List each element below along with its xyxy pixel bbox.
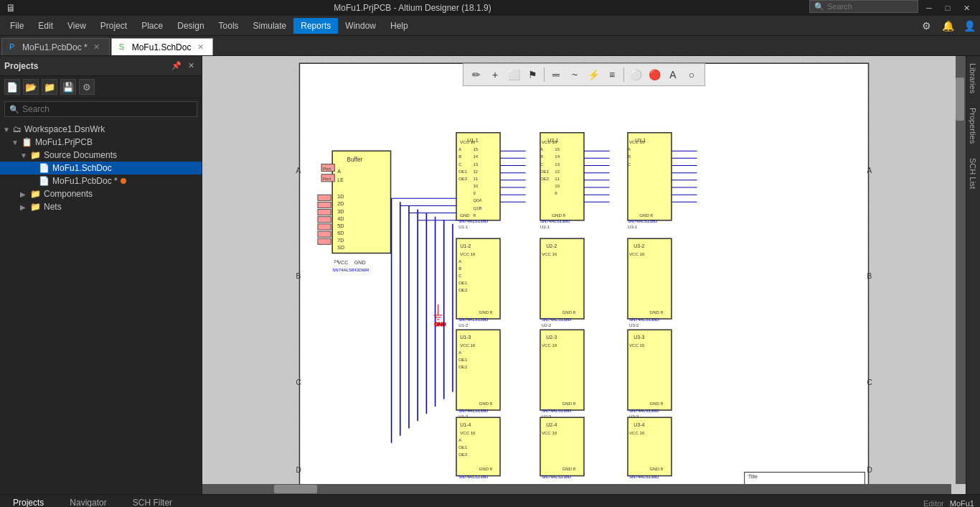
svg-text:VCC 16: VCC 16 <box>460 343 476 348</box>
svg-text:OE1: OE1 <box>458 280 468 285</box>
schematic-view[interactable]: A B C D A B C D Buffer Port Port A LE 1D… <box>202 56 966 494</box>
maximize-button[interactable]: □ <box>940 0 956 16</box>
menu-edit[interactable]: Edit <box>31 18 60 34</box>
vertical-scroll-thumb[interactable] <box>956 78 964 121</box>
vertical-scrollbar[interactable] <box>956 56 966 484</box>
svg-text:8: 8 <box>473 213 476 218</box>
tb-select[interactable]: ✏ <box>468 66 485 83</box>
svg-text:VCC 16: VCC 16 <box>460 430 476 435</box>
tab-schdoc[interactable]: S MoFu1.SchDoc ✕ <box>111 38 214 55</box>
menu-view[interactable]: View <box>60 18 93 34</box>
menu-tools[interactable]: Tools <box>212 18 246 34</box>
components-label: Components <box>44 189 93 199</box>
horizontal-scroll-thumb[interactable] <box>274 485 317 493</box>
svg-text:GND 8: GND 8 <box>479 401 493 406</box>
tb-flag[interactable]: ⚑ <box>524 66 541 83</box>
tree-item-components[interactable]: ▶ 📁 Components <box>0 187 202 200</box>
svg-text:U2-1: U2-1 <box>540 224 550 229</box>
tree-item-pcbdoc[interactable]: ▶ 📄 MoFu1.PcbDoc * <box>0 175 202 187</box>
tree-item-workspace[interactable]: ▼ 🗂 Workspace1.DsnWrk <box>0 123 202 136</box>
new-document-button[interactable]: 📄 <box>4 79 20 95</box>
search-input[interactable] <box>827 2 913 11</box>
editor-area[interactable]: ✏ + ⬜ ⚑ ═ ~ ⚡ ≡ ⚪ 🔴 A ○ <box>202 56 966 494</box>
svg-text:U1-2: U1-2 <box>458 322 468 327</box>
svg-text:GND: GND <box>460 213 470 218</box>
bottom-tab-sch-filter[interactable]: SCH Filter <box>126 496 179 508</box>
tab-pcbdoc-close[interactable]: ✕ <box>92 42 102 52</box>
global-search[interactable]: 🔍 <box>809 0 918 13</box>
menu-window[interactable]: Window <box>338 18 383 34</box>
panel-header: Projects 📌 ✕ <box>0 56 202 76</box>
svg-text:C: C <box>458 273 462 278</box>
project-icon: 📋 <box>22 137 32 147</box>
workspace-icon: 🗂 <box>13 124 22 134</box>
svg-text:24: 24 <box>334 259 339 264</box>
editor-tab-label[interactable]: MoFu1 <box>950 499 974 508</box>
minimize-button[interactable]: ─ <box>921 0 937 16</box>
menu-reports[interactable]: Reports <box>293 18 338 34</box>
close-button[interactable]: ✕ <box>958 0 974 16</box>
svg-text:SN74ALS138D: SN74ALS138D <box>628 218 658 223</box>
expand-nets[interactable]: ▶ <box>20 203 29 211</box>
right-tab-sch-list[interactable]: SCH List <box>966 151 980 196</box>
svg-text:GND 8: GND 8 <box>562 401 576 406</box>
project-search-input[interactable] <box>22 104 192 114</box>
svg-text:C: C <box>458 162 462 167</box>
menu-project[interactable]: Project <box>93 18 134 34</box>
notification-icon[interactable]: 🔔 <box>940 18 956 34</box>
tree-item-project[interactable]: ▼ 📋 MoFu1.PrjPCB <box>0 136 202 149</box>
svg-text:U2-4: U2-4 <box>546 422 557 428</box>
project-label: MoFu1.PrjPCB <box>35 137 93 147</box>
expand-components[interactable]: ▶ <box>20 190 29 198</box>
menu-place[interactable]: Place <box>134 18 170 34</box>
menu-help[interactable]: Help <box>383 18 415 34</box>
svg-text:VCC 16: VCC 16 <box>460 251 476 256</box>
menu-simulate[interactable]: Simulate <box>246 18 294 34</box>
panel-settings-button[interactable]: ⚙ <box>79 79 95 95</box>
tb-text[interactable]: A <box>664 66 682 83</box>
bottom-tab-navigator[interactable]: Navigator <box>62 496 113 508</box>
settings-icon[interactable]: ⚙ <box>918 18 934 34</box>
titlebar: 🖥 MoFu1.PrjPCB - Altium Designer (18.1.9… <box>0 0 980 16</box>
svg-text:A: A <box>337 169 341 175</box>
project-search[interactable]: 🔍 <box>4 101 197 117</box>
menubar: File Edit View Project Place Design Tool… <box>0 16 980 36</box>
svg-text:C: C <box>296 378 301 386</box>
workspace-label: Workspace1.DsnWrk <box>24 124 105 134</box>
tb-ellipse[interactable]: ○ <box>683 66 700 83</box>
open-project-button[interactable]: 📂 <box>23 79 39 95</box>
tree-item-nets[interactable]: ▶ 📁 Nets <box>0 200 202 213</box>
horizontal-scrollbar[interactable] <box>202 484 951 494</box>
panel-pin-button[interactable]: 📌 <box>170 60 183 73</box>
tab-pcbdoc[interactable]: P MoFu1.PcbDoc * ✕ <box>1 38 110 55</box>
tree-item-source-docs[interactable]: ▼ 📁 Source Documents <box>0 149 202 162</box>
expand-project[interactable]: ▼ <box>11 139 20 146</box>
window-title: MoFu1.PrjPCB - Altium Designer (18.1.9) <box>16 3 809 13</box>
tb-comp[interactable]: ⚪ <box>627 66 644 83</box>
close-project-button[interactable]: 📁 <box>42 79 57 95</box>
tree-item-schdoc[interactable]: ▶ 📄 MoFu1.SchDoc <box>0 162 202 175</box>
save-button[interactable]: 💾 <box>60 79 76 95</box>
tb-wire[interactable]: ═ <box>547 66 565 83</box>
tb-power[interactable]: ⚡ <box>585 66 602 83</box>
tb-power2[interactable]: 🔴 <box>646 66 663 83</box>
expand-source-docs[interactable]: ▼ <box>20 152 29 159</box>
menu-file[interactable]: File <box>3 18 31 34</box>
panel-close-button[interactable]: ✕ <box>184 60 197 73</box>
tb-net[interactable]: ~ <box>566 66 583 83</box>
svg-text:SN74ALS138D: SN74ALS138D <box>458 317 489 322</box>
tab-schdoc-close[interactable]: ✕ <box>195 42 205 52</box>
svg-text:GND 8: GND 8 <box>650 310 664 315</box>
svg-rect-31 <box>318 231 331 237</box>
bottom-tab-projects[interactable]: Projects <box>6 496 51 508</box>
svg-text:SN74ALS138D: SN74ALS138D <box>542 408 572 413</box>
tb-rect[interactable]: ⬜ <box>505 66 522 83</box>
right-tab-libraries[interactable]: Libraries <box>966 56 980 101</box>
right-tab-properties[interactable]: Properties <box>966 101 980 151</box>
menu-design[interactable]: Design <box>170 18 211 34</box>
user-icon[interactable]: 👤 <box>961 18 977 34</box>
title-left: 🖥 <box>6 2 16 14</box>
tb-bus[interactable]: ≡ <box>603 66 621 83</box>
tb-add[interactable]: + <box>486 66 504 83</box>
expand-workspace[interactable]: ▼ <box>3 126 11 134</box>
